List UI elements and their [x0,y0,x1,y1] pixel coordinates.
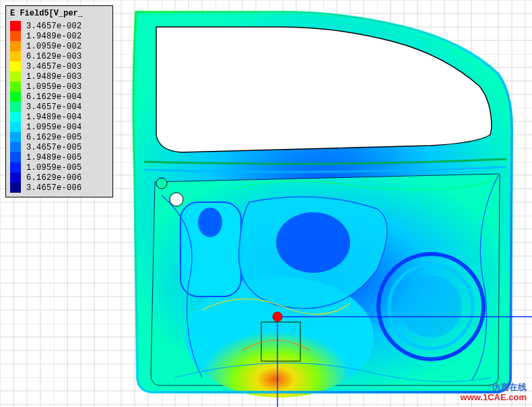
latch-pocket [180,202,241,296]
legend-swatch [10,41,21,51]
legend-swatch [10,61,21,71]
legend-value: 1.0959e-005 [26,163,82,173]
svg-point-5 [276,212,350,273]
legend-row: 1.9489e-003 [10,71,108,82]
watermark-line1: 仿真在线 [461,382,527,393]
legend-row: 6.1629e-004 [10,92,108,102]
legend-swatch [10,132,21,142]
svg-point-2 [400,276,462,338]
legend-swatch [10,142,21,152]
legend-title: E Field5[V_per_ [10,9,108,18]
legend-value: 3.4657e-003 [26,62,82,71]
legend-row: 1.0959e-003 [10,82,108,92]
legend-row: 3.4657e-006 [10,183,108,193]
legend-value: 1.9489e-004 [26,113,82,122]
legend-swatch [10,102,21,112]
legend-swatch [10,31,21,41]
legend-swatch [10,92,21,102]
legend-swatch [10,21,21,31]
watermark: 仿真在线 www.1CAE.com [461,382,527,403]
legend-value: 3.4657e-006 [26,183,82,193]
axis-origin-marker [273,312,282,321]
legend-value: 1.0959e-002 [26,42,82,51]
legend-row: 6.1629e-005 [10,132,108,142]
legend-value: 1.9489e-005 [26,153,82,162]
legend-value: 6.1629e-003 [26,52,82,61]
watermark-line2: www.1CAE.com [461,392,527,403]
legend-row: 1.0959e-004 [10,122,108,132]
legend-value: 6.1629e-004 [26,92,82,102]
color-legend: E Field5[V_per_ 3.4657e-0021.9489e-0021.… [5,5,113,197]
legend-row: 1.0959e-005 [10,162,108,173]
legend-value: 1.9489e-002 [26,32,82,41]
legend-swatch [10,71,21,82]
legend-row: 3.4657e-003 [10,61,108,71]
legend-row: 1.9489e-002 [10,31,108,41]
legend-swatch [10,112,21,122]
legend-row: 1.0959e-002 [10,41,108,51]
legend-swatch [10,51,21,61]
legend-value: 1.9489e-003 [26,72,82,82]
legend-swatch [10,162,21,173]
legend-value: 3.4657e-002 [26,22,82,31]
legend-row: 6.1629e-006 [10,173,108,183]
hole-2 [156,178,167,189]
legend-row: 1.9489e-004 [10,112,108,122]
legend-swatch [10,152,21,162]
legend-value: 1.0959e-004 [26,123,82,132]
legend-row: 3.4657e-002 [10,21,108,31]
legend-row: 3.4657e-005 [10,142,108,152]
svg-point-4 [198,208,222,237]
legend-swatch [10,173,21,183]
legend-value: 3.4657e-005 [26,143,82,152]
hole-1 [170,193,183,206]
legend-swatch [10,183,21,193]
legend-row: 1.9489e-005 [10,152,108,162]
car-door-model[interactable] [133,12,512,398]
legend-value: 3.4657e-004 [26,102,82,112]
legend-value: 6.1629e-006 [26,173,82,183]
legend-value: 6.1629e-005 [26,133,82,142]
legend-row: 3.4657e-004 [10,102,108,112]
legend-row: 6.1629e-003 [10,51,108,61]
legend-swatch [10,82,21,92]
legend-swatch [10,122,21,132]
legend-value: 1.0959e-003 [26,82,82,92]
